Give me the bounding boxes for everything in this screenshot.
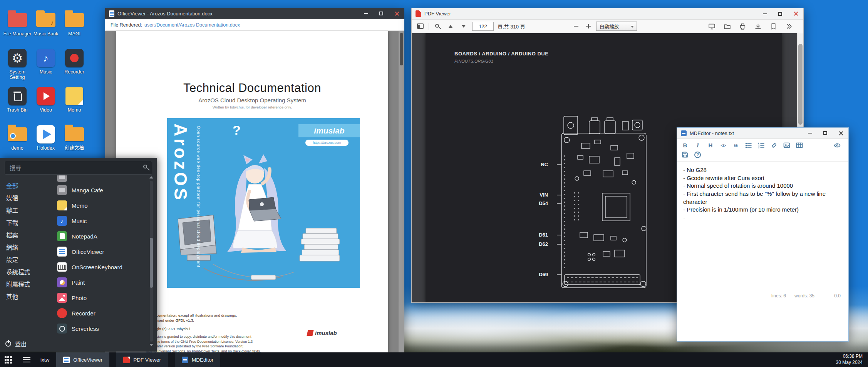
zoom-scale-select[interactable]: 自動縮放 (596, 22, 637, 31)
app-item-manga-cafe[interactable]: Manga Cafe (54, 182, 157, 198)
minimize-button[interactable] (802, 128, 818, 138)
app-list-scrollbar[interactable] (149, 176, 154, 346)
blockquote-button[interactable]: “ (732, 146, 739, 149)
help-button[interactable]: ? (694, 152, 701, 158)
desktop-icon-system-setting[interactable]: System Setting (3, 48, 32, 86)
open-file-button[interactable] (722, 21, 732, 31)
pdf-viewer-titlebar[interactable]: PDF Viewer (412, 8, 803, 20)
logout-label: 登出 (15, 340, 27, 348)
link-icon[interactable] (771, 142, 778, 149)
document-scrollbar[interactable] (399, 31, 404, 352)
more-tools-button[interactable] (784, 21, 793, 31)
category-office[interactable]: 辦工 (0, 205, 54, 217)
app-item-partial[interactable] (54, 175, 157, 182)
desktop-icon-recorder[interactable]: Recorder (60, 48, 89, 86)
print-button[interactable] (738, 21, 747, 31)
desktop-icon-demo[interactable]: demo (3, 124, 32, 162)
presentation-mode-button[interactable] (707, 21, 716, 31)
close-button[interactable] (389, 8, 404, 19)
officeviewer-titlebar[interactable]: OfficeViewer - Arozos Documentation.docx (105, 8, 404, 19)
numbered-list-icon[interactable] (758, 142, 765, 149)
scrollbar-thumb[interactable] (400, 33, 403, 65)
sidebar-toggle-button[interactable] (416, 21, 425, 31)
category-system[interactable]: 系統程式 (0, 266, 54, 279)
desktop-icon-file-manager[interactable]: File Manager (3, 10, 32, 48)
scrollbar-thumb[interactable] (150, 238, 153, 288)
desktop-icon-video[interactable]: Video (32, 86, 60, 124)
category-all[interactable]: 全部 (0, 180, 54, 192)
taskbar-item-ixtw[interactable]: ixtw (40, 357, 49, 363)
next-page-button[interactable] (459, 21, 468, 31)
markdown-editor-textarea[interactable]: - No G28 - Gcode rewrite after Cura exor… (677, 162, 848, 292)
app-item-notepada[interactable]: NotepadA (54, 229, 157, 244)
table-icon[interactable] (796, 142, 803, 149)
hamburger-menu-icon[interactable] (23, 359, 30, 360)
close-button[interactable] (833, 128, 848, 138)
scrollbar-thumb[interactable] (798, 44, 803, 125)
previous-page-button[interactable] (446, 21, 455, 31)
app-launcher-grid-icon[interactable] (5, 356, 12, 364)
officeviewer-icon (57, 247, 67, 257)
app-item-onscreenkeyboard[interactable]: OnScreenKeyboard (54, 259, 157, 275)
category-accessories[interactable]: 附屬程式 (0, 279, 54, 291)
zoom-out-button[interactable] (571, 21, 581, 31)
taskbar-item-officeviewer[interactable]: OfficeViewer (56, 352, 109, 367)
maximize-button[interactable] (818, 128, 833, 138)
desktop-icon-memo[interactable]: Memo (60, 86, 89, 124)
scroll-up-arrow[interactable] (149, 176, 153, 178)
search-input[interactable] (5, 161, 152, 174)
category-download[interactable]: 下載 (0, 217, 54, 229)
license-line: under the terms of the GNU Free Document… (146, 339, 261, 344)
app-item-paint[interactable]: Paint (54, 275, 157, 290)
minimize-button[interactable] (757, 8, 772, 19)
scroll-down-arrow[interactable] (149, 344, 153, 346)
taskbar-clock: 06:38 PM 30 May 2024 (836, 354, 863, 365)
code-button[interactable]: </> (720, 142, 727, 149)
app-item-officeviewer[interactable]: OfficeViewer (54, 244, 157, 259)
desktop-icon-trash-bin[interactable]: Trash Bin (3, 86, 32, 124)
app-item-serverless[interactable]: Serverless (54, 321, 157, 335)
play-icon (36, 86, 56, 106)
category-media[interactable]: 媒體 (0, 192, 54, 205)
preview-eye-icon[interactable] (834, 142, 841, 149)
app-item-memo[interactable]: Memo (54, 198, 157, 213)
close-button[interactable] (788, 8, 803, 19)
minimize-button[interactable] (358, 8, 374, 19)
taskbar-item-label: MDEditor (192, 357, 213, 363)
save-icon[interactable] (682, 151, 689, 158)
maximize-button[interactable] (374, 8, 389, 19)
serverless-icon (57, 324, 67, 334)
desktop-icon-magi[interactable]: MAGI (60, 10, 89, 48)
bullet-list-icon[interactable] (745, 142, 752, 149)
category-files[interactable]: 檔案 (0, 229, 54, 242)
minimize-icon (808, 133, 812, 133)
notepada-icon (57, 231, 67, 241)
category-settings[interactable]: 設定 (0, 254, 54, 266)
app-item-photo[interactable]: Photo (54, 290, 157, 305)
bold-button[interactable]: B (682, 142, 689, 149)
heading-button[interactable]: H (707, 142, 714, 149)
download-button[interactable] (753, 21, 762, 31)
desktop-icon-holodex[interactable]: Holodex (32, 124, 60, 162)
mdeditor-window-title: MDEditor - notes.txt (690, 130, 799, 136)
start-menu-search[interactable] (5, 161, 152, 175)
find-button[interactable] (433, 21, 442, 31)
page-number-input[interactable] (472, 22, 494, 31)
file-path-link[interactable]: user:/Document/Arozos Documentation.docx (144, 22, 240, 28)
maximize-button[interactable] (772, 8, 788, 19)
logout-button[interactable]: 登出 (5, 340, 27, 348)
app-item-recorder[interactable]: Recorder (54, 305, 157, 321)
zoom-in-button[interactable] (584, 21, 593, 31)
category-other[interactable]: 其他 (0, 291, 54, 303)
category-network[interactable]: 網絡 (0, 242, 54, 254)
desktop-icon-music[interactable]: Music (32, 48, 60, 86)
taskbar-item-mdeditor[interactable]: MDEditor (175, 352, 220, 367)
desktop-icon-music-bank[interactable]: Music Bank (32, 10, 60, 48)
mdeditor-titlebar[interactable]: MDEditor - notes.txt (677, 128, 848, 139)
app-item-music[interactable]: Music (54, 213, 157, 229)
image-icon[interactable] (783, 142, 790, 149)
taskbar-item-pdf-viewer[interactable]: PDF Viewer (116, 352, 168, 367)
italic-button[interactable]: I (694, 142, 701, 149)
bookmark-button[interactable] (769, 21, 778, 31)
desktop-icon-folder[interactable]: 创建文档 (60, 124, 89, 162)
